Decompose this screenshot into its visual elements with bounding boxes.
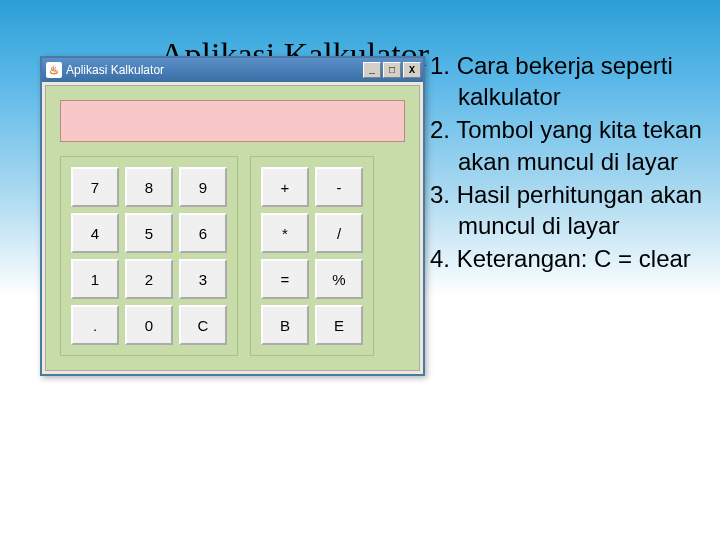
key-equals[interactable]: = bbox=[261, 259, 309, 299]
key-0[interactable]: 0 bbox=[125, 305, 173, 345]
java-icon: ♨ bbox=[46, 62, 62, 78]
note-item: 3. Hasil perhitungan akan muncul di laya… bbox=[430, 179, 710, 241]
key-3[interactable]: 3 bbox=[179, 259, 227, 299]
key-plus[interactable]: + bbox=[261, 167, 309, 207]
window-title: Aplikasi Kalkulator bbox=[66, 63, 164, 77]
key-b[interactable]: B bbox=[261, 305, 309, 345]
calculator-window: ♨ Aplikasi Kalkulator _ □ X 7 8 9 4 5 6 … bbox=[40, 56, 425, 376]
note-item: 1. Cara bekerja seperti kalkulator bbox=[430, 50, 710, 112]
key-4[interactable]: 4 bbox=[71, 213, 119, 253]
key-e[interactable]: E bbox=[315, 305, 363, 345]
operator-keypad: + - * / = % B E bbox=[250, 156, 374, 356]
maximize-button[interactable]: □ bbox=[383, 62, 401, 78]
key-2[interactable]: 2 bbox=[125, 259, 173, 299]
minimize-button[interactable]: _ bbox=[363, 62, 381, 78]
key-8[interactable]: 8 bbox=[125, 167, 173, 207]
titlebar: ♨ Aplikasi Kalkulator _ □ X bbox=[42, 58, 423, 82]
calculator-display bbox=[60, 100, 405, 142]
note-item: 2. Tombol yang kita tekan akan muncul di… bbox=[430, 114, 710, 176]
notes-list: 1. Cara bekerja seperti kalkulator 2. To… bbox=[430, 50, 710, 276]
key-7[interactable]: 7 bbox=[71, 167, 119, 207]
key-percent[interactable]: % bbox=[315, 259, 363, 299]
key-clear[interactable]: C bbox=[179, 305, 227, 345]
key-9[interactable]: 9 bbox=[179, 167, 227, 207]
numeric-keypad: 7 8 9 4 5 6 1 2 3 . 0 C bbox=[60, 156, 238, 356]
key-multiply[interactable]: * bbox=[261, 213, 309, 253]
close-button[interactable]: X bbox=[403, 62, 421, 78]
calculator-body: 7 8 9 4 5 6 1 2 3 . 0 C + - * / = % B bbox=[45, 85, 420, 371]
key-dot[interactable]: . bbox=[71, 305, 119, 345]
key-1[interactable]: 1 bbox=[71, 259, 119, 299]
key-divide[interactable]: / bbox=[315, 213, 363, 253]
note-item: 4. Keterangan: C = clear bbox=[430, 243, 710, 274]
key-6[interactable]: 6 bbox=[179, 213, 227, 253]
key-5[interactable]: 5 bbox=[125, 213, 173, 253]
key-minus[interactable]: - bbox=[315, 167, 363, 207]
